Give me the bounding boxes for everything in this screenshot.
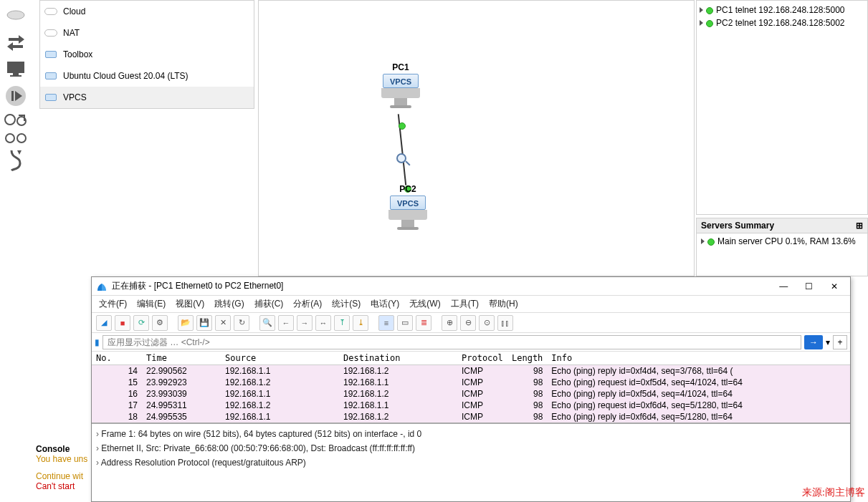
options-button[interactable]: ⚙	[152, 315, 168, 331]
menu-go[interactable]: 跳转(G)	[214, 298, 244, 310]
svg-point-6	[5, 115, 15, 125]
menu-telephony[interactable]: 电话(Y)	[371, 298, 399, 310]
node-label: PC1	[381, 62, 421, 72]
col-time[interactable]: Time	[142, 352, 221, 365]
window-title: 正在捕获 - [PC1 Ethernet0 to PC2 Ethernet0]	[112, 280, 283, 292]
packet-row[interactable]: 1824.995535192.168.1.1192.168.1.2ICMP98E…	[92, 411, 850, 423]
expand-icon[interactable]	[701, 238, 705, 244]
device-toolbox[interactable]: Toolbox	[40, 44, 254, 65]
packet-row[interactable]: 1623.993039192.168.1.1192.168.1.2ICMP98E…	[92, 388, 850, 400]
panel-menu-icon[interactable]: ⊞	[856, 221, 863, 231]
col-length[interactable]: Length	[507, 352, 547, 365]
menu-wireless[interactable]: 无线(W)	[409, 298, 440, 310]
jump-button[interactable]: ↔	[315, 315, 331, 331]
packet-details[interactable]: Frame 1: 64 bytes on wire (512 bits), 64…	[92, 423, 850, 473]
node-pc2[interactable]: PC2 VPCS	[388, 184, 428, 230]
menu-tools[interactable]: 工具(T)	[451, 298, 479, 310]
packet-list[interactable]: No. Time Source Destination Protocol Len…	[92, 352, 850, 423]
next-button[interactable]: →	[297, 315, 313, 331]
packet-row[interactable]: 1422.990562192.168.1.1192.168.1.2ICMP98E…	[92, 365, 850, 377]
col-source[interactable]: Source	[221, 352, 339, 365]
detail-arp[interactable]: Address Resolution Protocol (request/gra…	[96, 455, 846, 470]
zoom-out-button[interactable]: ⊖	[460, 315, 476, 331]
menu-help[interactable]: 帮助(H)	[489, 298, 518, 310]
console-panel: Console You have uns Continue wit Can't …	[34, 443, 92, 501]
col-destination[interactable]: Destination	[339, 352, 457, 365]
col-protocol[interactable]: Protocol	[457, 352, 507, 365]
menu-bar: 文件(F) 编辑(E) 视图(V) 跳转(G) 捕获(C) 分析(A) 统计(S…	[92, 296, 850, 313]
start-capture-button[interactable]: ◢	[96, 315, 112, 331]
capture-icon[interactable]	[396, 153, 411, 168]
menu-capture[interactable]: 捕获(C)	[254, 298, 284, 310]
server-status: Main server CPU 0.1%, RAM 13.6%	[717, 236, 856, 246]
tool-step-icon[interactable]	[0, 83, 32, 109]
detail-ethernet[interactable]: Ethernet II, Src: Private_66:68:00 (00:5…	[96, 441, 846, 455]
svg-point-0	[7, 11, 24, 19]
find-button[interactable]: 🔍	[259, 315, 275, 331]
zoom-in-button[interactable]: ⊕	[442, 315, 457, 331]
tool-refresh-icon[interactable]	[0, 110, 32, 129]
expand-icon[interactable]	[700, 20, 703, 26]
reload-button[interactable]: ↻	[234, 315, 249, 331]
node-pc1[interactable]: PC1 VPCS	[381, 62, 421, 108]
open-button[interactable]: 📂	[178, 315, 194, 331]
autoscroll-button[interactable]: ≡	[378, 315, 394, 331]
app-icon	[96, 281, 108, 292]
menu-analyze[interactable]: 分析(A)	[293, 298, 322, 310]
tool-arrows-icon[interactable]	[0, 29, 32, 54]
minimize-button[interactable]: —	[772, 281, 795, 291]
menu-edit[interactable]: 编辑(E)	[137, 298, 166, 310]
tool-monitor-icon[interactable]	[0, 56, 32, 82]
resize-cols-button[interactable]: ⫿⫿	[497, 315, 513, 331]
device-ubuntu[interactable]: Ubuntu Cloud Guest 20.04 (LTS)	[40, 65, 254, 87]
menu-stats[interactable]: 统计(S)	[332, 298, 361, 310]
col-info[interactable]: Info	[547, 352, 850, 365]
topo-item-pc2[interactable]: PC2 telnet 192.168.248.128:5002	[700, 16, 864, 29]
detail-frame[interactable]: Frame 1: 64 bytes on wire (512 bits), 64…	[96, 427, 846, 441]
apply-filter-button[interactable]: →	[804, 335, 823, 349]
window-titlebar[interactable]: 正在捕获 - [PC1 Ethernet0 to PC2 Ethernet0] …	[92, 277, 850, 296]
menu-view[interactable]: 视图(V)	[176, 298, 204, 310]
dropdown-icon[interactable]: ▾	[826, 337, 830, 347]
status-icon	[706, 20, 713, 27]
device-cloud[interactable]: Cloud	[40, 1, 254, 22]
device-nat[interactable]: NAT	[40, 22, 254, 44]
packet-row[interactable]: 1724.995311192.168.1.2192.168.1.1ICMP98E…	[92, 400, 850, 411]
add-filter-button[interactable]: +	[833, 335, 847, 349]
wireshark-window: 正在捕获 - [PC1 Ethernet0 to PC2 Ethernet0] …	[91, 276, 851, 502]
svg-rect-1	[7, 62, 24, 73]
filter-bar: ▮ → ▾ +	[92, 333, 850, 352]
device-label: NAT	[63, 28, 80, 38]
stop-capture-button[interactable]: ■	[115, 315, 130, 331]
device-vpcs[interactable]: VPCS	[40, 87, 254, 108]
box-icon	[44, 49, 57, 60]
device-label: VPCS	[63, 92, 87, 102]
prev-button[interactable]: ←	[278, 315, 294, 331]
col-no[interactable]: No.	[92, 352, 142, 365]
menu-file[interactable]: 文件(F)	[99, 298, 127, 310]
expand-icon[interactable]	[700, 7, 703, 13]
console-line: Can't start	[36, 481, 90, 491]
topo-item-pc1[interactable]: PC1 telnet 192.168.248.128:5000	[700, 4, 864, 16]
close-file-button[interactable]: ✕	[215, 315, 231, 331]
status-icon	[706, 7, 713, 14]
close-button[interactable]: ✕	[823, 281, 846, 291]
device-label: Ubuntu Cloud Guest 20.04 (LTS)	[63, 71, 189, 81]
zoom-reset-button[interactable]: ⊙	[479, 315, 495, 331]
packet-row[interactable]: 1523.992923192.168.1.2192.168.1.1ICMP98E…	[92, 377, 850, 388]
save-button[interactable]: 💾	[196, 315, 212, 331]
tool-cable-icon[interactable]	[0, 148, 32, 173]
bookmark-icon[interactable]: ▮	[95, 337, 100, 347]
topology-summary: PC1 telnet 192.168.248.128:5000 PC2 teln…	[696, 0, 868, 215]
filter-input[interactable]	[102, 335, 801, 349]
colorize-button[interactable]: ▭	[397, 315, 413, 331]
restart-capture-button[interactable]: ⟳	[133, 315, 149, 331]
maximize-button[interactable]: ☐	[798, 281, 821, 291]
list-button[interactable]: ≣	[416, 315, 431, 331]
tool-circles-icon[interactable]	[0, 130, 32, 146]
tool-cloud-icon[interactable]	[0, 1, 32, 27]
topology-canvas[interactable]: PC1 VPCS PC2 VPCS	[258, 0, 695, 276]
svg-rect-5	[11, 91, 14, 101]
first-button[interactable]: ⤒	[334, 315, 350, 331]
last-button[interactable]: ⤓	[353, 315, 368, 331]
